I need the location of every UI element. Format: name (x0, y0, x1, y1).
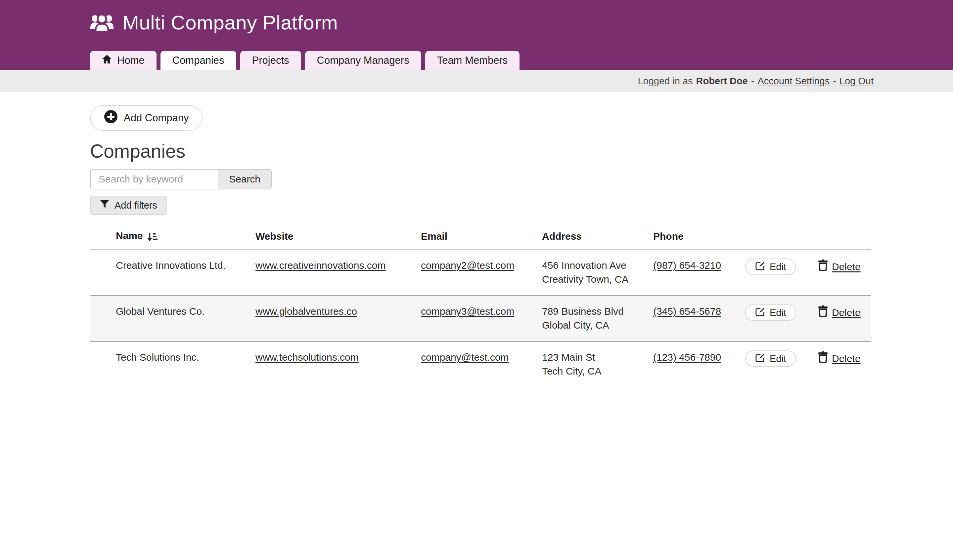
pen-square-icon (755, 261, 765, 273)
main-nav: Home Companies Projects Company Managers… (90, 51, 520, 70)
home-icon (102, 54, 112, 67)
trash-icon (818, 305, 828, 320)
logged-in-user: Robert Doe (696, 76, 748, 87)
search-input[interactable] (90, 169, 219, 189)
tab-team-members[interactable]: Team Members (425, 51, 520, 70)
table-row: Tech Solutions Inc. www.techsolutions.co… (90, 342, 871, 387)
user-bar: Logged in as Robert Doe - Account Settin… (0, 70, 953, 92)
table-header-row: Name Website Email Address Phone (90, 223, 871, 250)
trash-icon (818, 351, 828, 366)
company-name: Global Ventures Co. (90, 295, 250, 342)
app-title: Multi Company Platform (123, 11, 338, 34)
website-link[interactable]: www.globalventures.co (256, 306, 357, 317)
tab-company-managers[interactable]: Company Managers (305, 51, 421, 70)
column-header-email: Email (416, 223, 537, 250)
edit-button[interactable]: Edit (745, 258, 796, 275)
edit-button[interactable]: Edit (745, 350, 796, 367)
company-address: 789 Business Blvd Global City, CA (537, 295, 648, 342)
delete-link[interactable]: Delete (832, 306, 861, 320)
separator: - (751, 76, 754, 87)
column-header-phone: Phone (648, 223, 740, 250)
tab-label: Companies (172, 54, 224, 67)
row-actions: Edit Delete (745, 305, 866, 321)
companies-table: Name Website Email Address Phone Creativ… (90, 223, 871, 387)
app-header: Multi Company Platform Home Companies Pr… (0, 0, 953, 70)
phone-link[interactable]: (123) 456-7890 (653, 352, 721, 363)
table-row: Creative Innovations Ltd. www.creativein… (90, 250, 871, 295)
separator: - (833, 76, 836, 87)
add-filters-label: Add filters (115, 200, 157, 211)
sort-amount-down-icon (146, 231, 157, 243)
filter-icon (100, 200, 109, 211)
tab-home[interactable]: Home (90, 51, 157, 70)
phone-link[interactable]: (345) 654-5678 (653, 306, 721, 317)
log-out-link[interactable]: Log Out (840, 76, 874, 87)
email-link[interactable]: company@test.com (421, 352, 509, 363)
email-link[interactable]: company3@test.com (421, 306, 514, 317)
edit-button[interactable]: Edit (745, 305, 796, 321)
company-address: 456 Innovation Ave Creativity Town, CA (537, 250, 648, 295)
search-group: Search (90, 169, 871, 189)
brand: Multi Company Platform (90, 11, 338, 34)
table-row: Global Ventures Co. www.globalventures.c… (90, 295, 871, 342)
main-content: Add Company Companies Search Add filters… (90, 92, 871, 387)
tab-companies[interactable]: Companies (160, 51, 236, 70)
company-name: Tech Solutions Inc. (90, 342, 250, 387)
row-actions: Edit Delete (745, 258, 866, 275)
plus-circle-icon (104, 110, 118, 126)
users-icon (90, 14, 114, 32)
email-link[interactable]: company2@test.com (421, 260, 514, 271)
page-title: Companies (90, 139, 871, 163)
add-company-button[interactable]: Add Company (90, 105, 203, 131)
column-header-address: Address (537, 223, 648, 250)
account-settings-link[interactable]: Account Settings (758, 76, 830, 87)
website-link[interactable]: www.techsolutions.com (256, 352, 359, 363)
tab-label: Projects (252, 54, 289, 67)
tab-label: Home (117, 54, 144, 67)
trash-icon (818, 260, 828, 274)
website-link[interactable]: www.creativeinnovations.com (256, 260, 386, 271)
company-name: Creative Innovations Ltd. (90, 250, 250, 295)
pen-square-icon (755, 353, 765, 365)
column-header-website: Website (250, 223, 416, 250)
search-button[interactable]: Search (219, 169, 272, 189)
row-actions: Edit Delete (745, 350, 866, 367)
column-header-name[interactable]: Name (90, 223, 250, 250)
logged-in-prefix: Logged in as (638, 76, 692, 87)
tab-projects[interactable]: Projects (240, 51, 301, 70)
tab-label: Company Managers (317, 54, 409, 67)
phone-link[interactable]: (987) 654-3210 (653, 260, 721, 271)
delete-link[interactable]: Delete (832, 352, 861, 366)
add-filters-button[interactable]: Add filters (90, 196, 167, 215)
add-company-label: Add Company (124, 112, 189, 124)
tab-label: Team Members (437, 54, 508, 67)
pen-square-icon (755, 307, 765, 319)
delete-link[interactable]: Delete (832, 260, 861, 274)
column-header-actions (740, 223, 871, 250)
company-address: 123 Main St Tech City, CA (537, 342, 648, 387)
